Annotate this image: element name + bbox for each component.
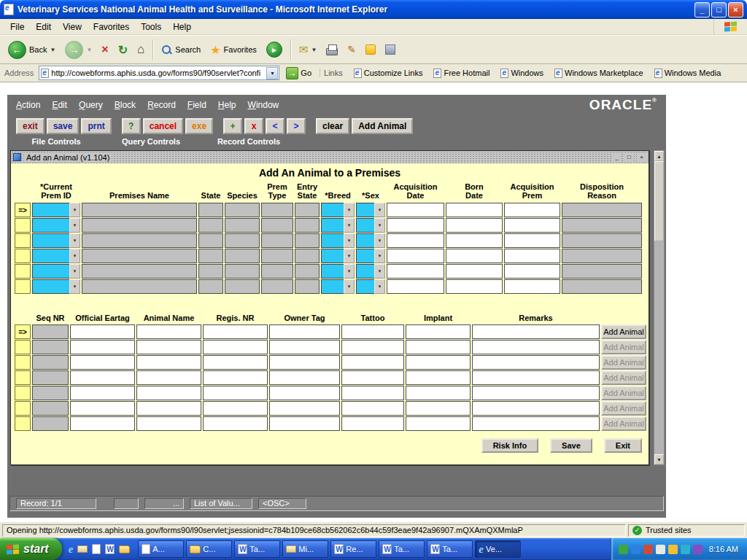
acquisition-prem-field[interactable] bbox=[504, 279, 560, 294]
implant-field[interactable] bbox=[406, 416, 471, 431]
vertical-scrollbar[interactable]: ▲ ▼ bbox=[654, 150, 665, 465]
current-prem-id-field[interactable]: ▼ bbox=[32, 264, 80, 279]
task-button-5[interactable]: WRe... bbox=[330, 540, 376, 558]
prem-id-dropdown-button[interactable]: ▼ bbox=[69, 264, 80, 279]
scrollbar-track[interactable] bbox=[654, 241, 664, 454]
stop-button[interactable]: × bbox=[98, 41, 112, 58]
prem-type-field[interactable] bbox=[261, 249, 293, 263]
tattoo-field[interactable] bbox=[341, 386, 404, 400]
refresh-button[interactable]: ↻ bbox=[115, 41, 131, 59]
cancel-button[interactable]: cancel bbox=[143, 118, 183, 134]
add-animal-row-button[interactable]: Add Animal bbox=[601, 324, 646, 339]
scroll-down-button[interactable]: ▼ bbox=[654, 454, 664, 464]
link-windows[interactable]: Windows bbox=[497, 69, 547, 78]
address-url[interactable]: http://cowebforms.aphis.usda.gov/forms90… bbox=[51, 69, 264, 77]
disposition-reason-field[interactable] bbox=[562, 249, 642, 263]
acquisition-prem-field[interactable] bbox=[504, 249, 560, 263]
tray-icon-5[interactable] bbox=[668, 545, 678, 554]
born-date-field[interactable] bbox=[446, 249, 503, 263]
record-selector-cell[interactable] bbox=[15, 279, 31, 294]
clear-button[interactable]: clear bbox=[316, 118, 349, 134]
implant-field[interactable] bbox=[406, 386, 471, 400]
official-eartag-field[interactable] bbox=[70, 370, 135, 385]
implant-field[interactable] bbox=[406, 324, 471, 339]
quick-launch-word-icon[interactable]: W bbox=[105, 544, 115, 554]
state-field[interactable] bbox=[198, 264, 223, 279]
prem-id-dropdown-button[interactable]: ▼ bbox=[69, 249, 80, 263]
go-button[interactable]: → Go bbox=[283, 66, 314, 80]
regis-nr-field[interactable] bbox=[203, 386, 268, 400]
seq-nr-field[interactable] bbox=[32, 370, 69, 385]
born-date-field[interactable] bbox=[446, 233, 503, 248]
sex-dropdown-button[interactable]: ▼ bbox=[374, 218, 385, 233]
tray-icon-6[interactable] bbox=[681, 545, 690, 554]
entry-state-field[interactable] bbox=[295, 279, 320, 294]
tray-icon-3[interactable] bbox=[643, 545, 653, 554]
seq-nr-field[interactable] bbox=[32, 355, 69, 370]
breed-dropdown-button[interactable]: ▼ bbox=[344, 264, 355, 279]
media-button[interactable]: ▸ bbox=[263, 39, 286, 60]
remarks-field[interactable] bbox=[472, 340, 600, 354]
official-eartag-field[interactable] bbox=[70, 355, 135, 370]
remarks-field[interactable] bbox=[472, 370, 600, 385]
form-minimize-button[interactable]: _ bbox=[612, 153, 622, 162]
oracle-menu-record[interactable]: Record bbox=[147, 100, 176, 110]
task-button-2[interactable]: C... bbox=[186, 540, 232, 558]
disposition-reason-field[interactable] bbox=[562, 279, 642, 294]
owner-tag-field[interactable] bbox=[269, 340, 340, 354]
sex-dropdown-button[interactable]: ▼ bbox=[374, 203, 385, 217]
acquisition-date-field[interactable] bbox=[387, 249, 444, 263]
tray-icon-2[interactable] bbox=[631, 545, 640, 554]
prem-type-field[interactable] bbox=[261, 203, 293, 217]
disposition-reason-field[interactable] bbox=[562, 203, 642, 217]
save-button[interactable]: save bbox=[47, 118, 80, 134]
state-field[interactable] bbox=[198, 233, 223, 248]
link-free-hotmail[interactable]: Free Hotmail bbox=[430, 69, 493, 78]
close-button[interactable]: × bbox=[728, 2, 743, 18]
tattoo-field[interactable] bbox=[341, 370, 404, 385]
oracle-menu-query[interactable]: Query bbox=[79, 100, 103, 110]
entry-state-field[interactable] bbox=[295, 203, 320, 217]
remarks-field[interactable] bbox=[472, 386, 600, 400]
form-maximize-button[interactable]: □ bbox=[624, 153, 634, 162]
seq-nr-field[interactable] bbox=[32, 416, 69, 431]
premises-name-field[interactable] bbox=[82, 264, 197, 279]
breed-field[interactable]: ▼ bbox=[321, 249, 355, 263]
regis-nr-field[interactable] bbox=[203, 355, 268, 370]
implant-field[interactable] bbox=[406, 355, 471, 370]
acquisition-date-field[interactable] bbox=[387, 203, 444, 217]
species-field[interactable] bbox=[225, 203, 260, 217]
sex-dropdown-button[interactable]: ▼ bbox=[374, 264, 385, 279]
minimize-button[interactable]: _ bbox=[694, 2, 710, 18]
record-selector-cell[interactable] bbox=[15, 340, 31, 354]
breed-dropdown-button[interactable]: ▼ bbox=[344, 249, 355, 263]
state-field[interactable] bbox=[198, 218, 223, 233]
owner-tag-field[interactable] bbox=[269, 370, 340, 385]
prem-id-dropdown-button[interactable]: ▼ bbox=[69, 279, 80, 294]
regis-nr-field[interactable] bbox=[203, 370, 268, 385]
print-button-oracle[interactable]: prnt bbox=[81, 118, 111, 134]
tattoo-field[interactable] bbox=[341, 401, 404, 416]
current-prem-id-field[interactable]: ▼ bbox=[32, 218, 80, 233]
tray-icon-4[interactable] bbox=[656, 545, 665, 554]
born-date-field[interactable] bbox=[446, 264, 503, 279]
sex-dropdown-button[interactable]: ▼ bbox=[374, 249, 385, 263]
sex-field[interactable]: ▼ bbox=[356, 264, 385, 279]
entry-state-field[interactable] bbox=[295, 218, 320, 233]
quick-launch-mail-icon[interactable] bbox=[77, 545, 88, 553]
print-button[interactable] bbox=[322, 42, 341, 57]
task-button-4[interactable]: Mi... bbox=[282, 540, 328, 558]
link-windows-media[interactable]: Windows Media bbox=[651, 69, 725, 78]
mail-dropdown-icon[interactable]: ▼ bbox=[311, 47, 317, 53]
animal-name-field[interactable] bbox=[136, 370, 201, 385]
remarks-field[interactable] bbox=[472, 324, 600, 339]
tray-icon-7[interactable] bbox=[693, 545, 703, 554]
owner-tag-field[interactable] bbox=[269, 401, 340, 416]
search-button[interactable]: Search bbox=[158, 42, 204, 58]
breed-dropdown-button[interactable]: ▼ bbox=[344, 233, 355, 248]
prem-id-dropdown-button[interactable]: ▼ bbox=[69, 233, 80, 248]
messenger-button[interactable] bbox=[362, 42, 379, 57]
implant-field[interactable] bbox=[406, 370, 471, 385]
quick-launch-ie-icon[interactable]: e bbox=[69, 544, 74, 554]
record-selector-cell[interactable] bbox=[15, 233, 31, 248]
